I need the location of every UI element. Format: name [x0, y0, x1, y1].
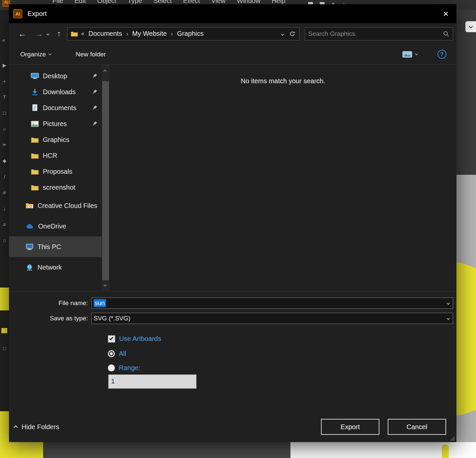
sidebar-item-proposals[interactable]: Proposals [9, 164, 102, 179]
menu-edit[interactable]: Edit [74, 0, 86, 5]
selection-tool-icon[interactable]: ▶ [3, 62, 7, 68]
type-tool-icon[interactable]: T [3, 94, 6, 100]
search-input[interactable]: Search Graphics [305, 27, 453, 40]
sidebar-item-network[interactable]: Network [9, 257, 102, 278]
all-radio[interactable] [108, 350, 115, 357]
chevron-down-icon[interactable] [447, 300, 449, 306]
pictures-icon [31, 121, 40, 127]
menu-object[interactable]: Object [97, 0, 117, 5]
chevron-up-icon [14, 425, 18, 429]
view-mode-button[interactable] [402, 50, 418, 58]
sidebar-item-documents[interactable]: Documents [9, 100, 102, 116]
breadcrumb-segment-graphics[interactable]: Graphics [177, 30, 203, 37]
pin-icon [92, 105, 98, 110]
refresh-icon[interactable] [289, 31, 296, 37]
recent-locations-chevron-icon[interactable] [47, 31, 49, 37]
grid-tool-icon[interactable]: # [3, 190, 6, 196]
scrollbar-thumb[interactable] [102, 81, 109, 280]
pin-icon [92, 121, 98, 126]
illustrator-dialog-icon: Ai [13, 9, 22, 18]
export-dialog: Ai Export × ← → ↑ « Documents › My Websi… [9, 4, 456, 442]
stroke-color-swatch[interactable]: □ [0, 346, 9, 351]
folder-icon [31, 153, 40, 159]
menu-type[interactable]: Type [128, 0, 142, 5]
artboard-tool-icon[interactable]: ⌂ [3, 237, 6, 243]
blend-tool-icon[interactable]: ≡ [3, 222, 6, 228]
address-dropdown-chevron-icon[interactable] [281, 30, 284, 37]
check-icon [109, 336, 114, 340]
range-radio[interactable] [108, 364, 115, 371]
hide-folders-button[interactable]: Hide Folders [14, 423, 59, 431]
chevron-down-icon [48, 52, 52, 55]
breadcrumb[interactable]: « Documents › My Website › Graphics [67, 27, 299, 40]
export-button[interactable]: Export [321, 419, 379, 435]
shape-tool-icon[interactable]: ◆ [3, 158, 7, 164]
folder-icon [71, 31, 78, 37]
scroll-up-icon[interactable] [104, 67, 106, 73]
sidebar-item-desktop[interactable]: Desktop [9, 68, 102, 84]
back-button[interactable]: ← [18, 29, 26, 38]
breadcrumb-segment-documents[interactable]: Documents [89, 30, 122, 37]
close-icon[interactable]: × [443, 9, 448, 19]
scissors-tool-icon[interactable]: ✂ [2, 142, 7, 148]
organize-button[interactable]: Organize [20, 51, 51, 58]
up-button[interactable]: ↑ [57, 29, 61, 38]
new-folder-button[interactable]: New folder [76, 51, 106, 58]
menu-window[interactable]: Window [237, 0, 260, 5]
file-list: No items match your search. [110, 65, 456, 291]
radio-dot-icon [110, 352, 113, 355]
sidebar-item-graphics[interactable]: Graphics [9, 132, 102, 148]
illustrator-toolbar: « ▶ + T □ ○ ✂ ◆ / # ↓ ≡ ⌂ □ [0, 10, 9, 411]
dialog-title: Export [28, 10, 47, 18]
use-artboards-checkbox[interactable] [108, 335, 115, 343]
onedrive-cloud-icon [26, 223, 35, 229]
panel-expand-button[interactable] [465, 21, 476, 32]
range-label[interactable]: Range: [119, 364, 140, 372]
chevron-down-icon[interactable] [447, 315, 449, 321]
menu-select[interactable]: Select [153, 0, 172, 5]
search-icon[interactable] [443, 31, 449, 37]
direct-selection-tool-icon[interactable]: + [3, 78, 6, 84]
save-as-type-select[interactable]: SVG (*.SVG) [91, 313, 453, 324]
menu-view[interactable]: View [211, 0, 225, 5]
toolbar-collapse-icon[interactable]: « [2, 37, 5, 43]
sidebar-item-onedrive[interactable]: OneDrive [9, 216, 102, 236]
search-placeholder: Search Graphics [308, 30, 356, 37]
fill-color-swatch[interactable] [1, 328, 8, 334]
cancel-button[interactable]: Cancel [388, 419, 446, 435]
sidebar-item-downloads[interactable]: Downloads [9, 84, 102, 100]
pin-icon [92, 89, 98, 95]
gradient-tool-icon[interactable]: ↓ [3, 206, 6, 212]
all-label[interactable]: All [119, 350, 126, 358]
artwork-sun-ray [442, 444, 449, 458]
sidebar-item-hcr[interactable]: HCR [9, 148, 102, 164]
folder-icon [31, 184, 40, 191]
line-tool-icon[interactable]: / [4, 174, 5, 180]
sidebar-item-pictures[interactable]: Pictures [9, 116, 102, 132]
file-name-input[interactable]: sun [91, 297, 453, 309]
forward-button[interactable]: → [35, 29, 43, 38]
navigation-pane: Desktop Downloads Documents Pictures [9, 65, 102, 291]
use-artboards-label[interactable]: Use Artboards [119, 335, 161, 343]
scroll-down-icon[interactable] [104, 282, 106, 288]
sidebar-scrollbar[interactable] [102, 65, 110, 291]
resize-grip[interactable] [450, 436, 455, 441]
navigation-row: ← → ↑ « Documents › My Website › Graphic… [9, 23, 456, 44]
breadcrumb-segment-my-website[interactable]: My Website [132, 30, 167, 37]
sidebar-item-this-pc[interactable]: This PC [9, 236, 102, 257]
menu-file[interactable]: File [52, 0, 63, 5]
document-icon [31, 104, 40, 111]
file-fields: File name: sun Save as type: SVG (*.SVG) [9, 292, 456, 329]
menu-effect[interactable]: Effect [183, 0, 200, 5]
download-arrow-icon [31, 89, 40, 95]
sidebar-item-screenshot[interactable]: screenshot [9, 179, 102, 195]
canvas-bottom-pasteboard [9, 442, 290, 458]
sidebar-item-creative-cloud-files[interactable]: Creative Cloud Files [9, 195, 102, 216]
menu-help[interactable]: Help [272, 0, 285, 5]
rectangle-tool-icon[interactable]: □ [3, 110, 6, 116]
breadcrumb-separator-icon: › [171, 30, 173, 37]
help-button[interactable]: ? [437, 50, 446, 59]
ellipse-tool-icon[interactable]: ○ [3, 126, 6, 132]
breadcrumb-overflow-icon[interactable]: « [81, 30, 85, 37]
range-input[interactable]: 1 [108, 374, 197, 389]
